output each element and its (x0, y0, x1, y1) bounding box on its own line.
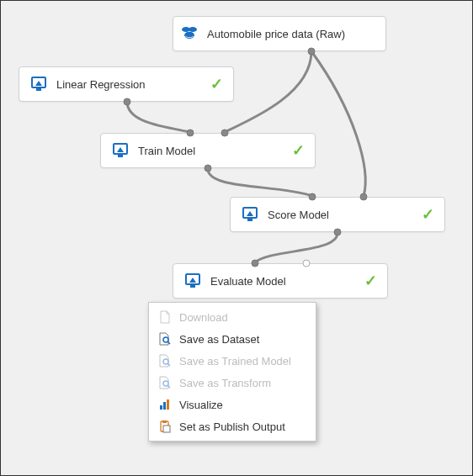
page-icon (157, 309, 173, 325)
status-check-icon: ✓ (210, 75, 223, 93)
svg-rect-19 (163, 402, 166, 410)
menu-item-set-publish-output[interactable]: Set as Publish Output (149, 415, 316, 437)
dataset-icon (180, 25, 199, 42)
magnifier-page-icon (157, 353, 173, 368)
svg-rect-23 (163, 426, 170, 432)
status-check-icon: ✓ (364, 272, 377, 290)
menu-item-label: Download (179, 311, 228, 324)
input-port[interactable] (252, 260, 259, 267)
bar-chart-icon (157, 397, 173, 412)
menu-item-save-trained-model: Save as Trained Model (149, 350, 316, 372)
node-label: Evaluate Model (210, 275, 354, 288)
magnifier-page-icon (157, 331, 173, 346)
node-evaluate-model[interactable]: Evaluate Model ✓ (173, 263, 388, 299)
node-label: Train Model (138, 145, 282, 157)
menu-item-download: Download (149, 306, 316, 328)
menu-item-label: Set as Publish Output (179, 420, 285, 433)
node-linear-regression[interactable]: Linear Regression ✓ (19, 66, 234, 102)
svg-rect-18 (160, 405, 162, 410)
clipboard-icon (157, 419, 173, 434)
svg-rect-9 (247, 218, 252, 221)
context-menu: Download Save as Dataset Save as Tra (148, 302, 316, 442)
node-label: Score Model (268, 209, 412, 221)
menu-item-label: Save as Dataset (179, 333, 259, 346)
module-icon (183, 272, 202, 289)
node-label: Linear Regression (56, 78, 200, 91)
svg-rect-11 (190, 284, 195, 288)
menu-item-save-dataset[interactable]: Save as Dataset (149, 328, 316, 350)
module-icon (241, 206, 259, 223)
node-train-model[interactable]: Train Model ✓ (100, 133, 316, 168)
svg-rect-20 (167, 399, 169, 410)
status-check-icon: ✓ (292, 141, 305, 160)
node-label: Automobile price data (Raw) (207, 28, 375, 40)
menu-item-label: Visualize (179, 399, 223, 411)
input-port[interactable] (187, 130, 194, 137)
svg-rect-22 (162, 420, 167, 423)
output-port[interactable] (124, 98, 131, 106)
input-port[interactable] (221, 130, 229, 137)
node-score-model[interactable]: Score Model ✓ (230, 197, 445, 232)
module-icon (29, 76, 48, 93)
menu-item-save-transform: Save as Transform (149, 372, 316, 394)
input-port-open[interactable] (303, 260, 311, 267)
input-port[interactable] (309, 193, 316, 201)
svg-point-1 (189, 27, 197, 32)
output-port[interactable] (334, 229, 342, 236)
svg-line-15 (167, 363, 170, 366)
menu-item-label: Save as Transform (179, 377, 271, 389)
status-check-icon: ✓ (422, 205, 434, 224)
magnifier-page-icon (157, 375, 173, 390)
svg-rect-7 (118, 154, 123, 157)
node-automobile-data[interactable]: Automobile price data (Raw) (173, 16, 386, 51)
svg-point-3 (185, 32, 194, 37)
output-port[interactable] (308, 48, 316, 56)
svg-line-17 (167, 385, 170, 388)
workflow-canvas[interactable]: Automobile price data (Raw) Linear Regre… (0, 0, 473, 476)
output-port[interactable] (205, 165, 212, 172)
menu-item-label: Save as Trained Model (179, 355, 291, 368)
module-icon (111, 142, 130, 159)
svg-line-13 (167, 341, 170, 344)
svg-rect-5 (36, 87, 41, 91)
input-port[interactable] (360, 193, 368, 201)
menu-item-visualize[interactable]: Visualize (149, 394, 316, 415)
